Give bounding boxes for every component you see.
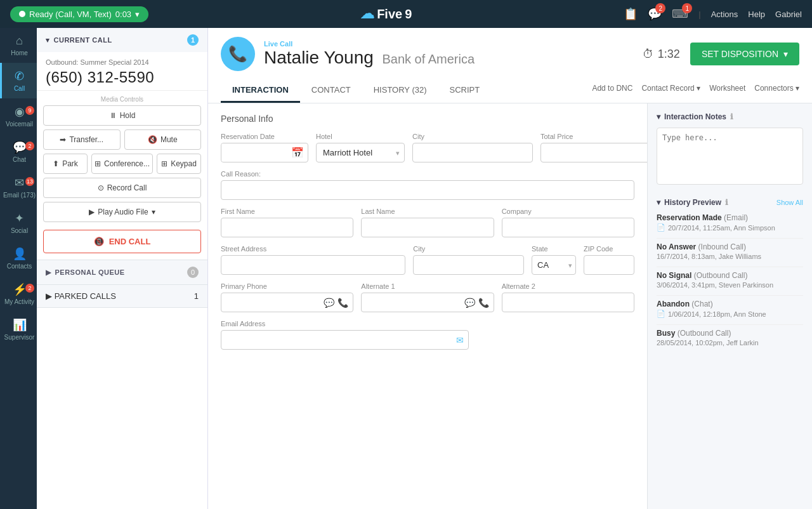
email-send-icon[interactable]: ✉: [456, 335, 464, 345]
total-price-label: Total Price: [540, 133, 647, 140]
alt1-chat-icon[interactable]: 💬: [464, 298, 475, 308]
nav-item-my-activity[interactable]: ⚡ 2 My Activity: [0, 276, 37, 312]
reservation-date-input[interactable]: Apr 11, 2014: [221, 143, 291, 162]
clipboard-icon[interactable]: 📋: [624, 7, 638, 21]
form-area: Personal Info Reservation Date Apr 11, 2…: [208, 103, 647, 509]
nav-item-social[interactable]: ✦ Social: [0, 205, 37, 241]
keyboard-icon[interactable]: ⌨ 1: [672, 7, 688, 21]
end-call-button[interactable]: 📵 END CALL: [43, 230, 201, 253]
ready-timer: 0:03: [115, 10, 131, 19]
actions-button[interactable]: Actions: [711, 10, 738, 19]
mute-button[interactable]: 🔇 Mute: [124, 129, 202, 150]
transfer-button[interactable]: ➡ Transfer...: [43, 129, 121, 150]
phone-avatar-icon: 📞: [228, 45, 247, 63]
nav-item-supervisor[interactable]: 📊 Supervisor: [0, 312, 37, 347]
personal-queue-header[interactable]: ▶ PERSONAL QUEUE 0: [37, 260, 207, 284]
park-button[interactable]: ⬆ Park: [43, 154, 88, 174]
tab-history[interactable]: HISTORY (32): [362, 79, 438, 103]
connectors-action[interactable]: Connectors: [754, 84, 799, 93]
reservation-date-label: Reservation Date: [221, 133, 308, 140]
parked-calls-label: PARKED CALLS: [55, 291, 116, 301]
contact-record-action[interactable]: Contact Record: [641, 84, 700, 93]
hold-button[interactable]: ⏸ Hold: [43, 105, 201, 126]
interaction-notes-info-icon[interactable]: ℹ: [730, 112, 733, 121]
last-name-group: Last Name Stockton: [361, 208, 494, 237]
nav-item-call[interactable]: ✆ Call: [0, 63, 37, 98]
personal-queue-section: ▶ PERSONAL QUEUE 0: [37, 260, 207, 285]
nav-label-supervisor: Supervisor: [4, 334, 35, 341]
primary-chat-icon[interactable]: 💬: [324, 298, 334, 308]
last-name-input[interactable]: Stockton: [361, 218, 494, 237]
primary-call-icon[interactable]: 📞: [337, 298, 348, 308]
ready-badge[interactable]: Ready (Call, VM, Text) 0:03 ▾: [10, 6, 148, 22]
notification-icon[interactable]: 💬 2: [648, 7, 662, 21]
caller-full-name-row: Natalie Young Bank of America: [264, 48, 475, 68]
interaction-notes-input[interactable]: [657, 128, 803, 185]
keypad-icon: ⊞: [161, 159, 167, 168]
interaction-notes-title-row: ▾ Interaction Notes ℹ: [657, 112, 803, 121]
ready-dropdown-icon[interactable]: ▾: [135, 10, 140, 19]
parked-chevron: ▶: [46, 291, 52, 301]
alternate2-input[interactable]: [502, 293, 634, 312]
help-button[interactable]: Help: [748, 10, 765, 19]
zip-input[interactable]: 95214: [584, 255, 634, 275]
nav-item-home[interactable]: ⌂ Home: [0, 28, 37, 63]
nav-item-contacts[interactable]: 👤 Contacts: [0, 241, 37, 276]
parked-calls-header[interactable]: ▶ PARKED CALLS 1: [37, 285, 207, 307]
email-icon-wrap: ✉: [456, 335, 464, 345]
add-to-dnc-action[interactable]: Add to DNC: [592, 84, 632, 93]
nav-item-chat[interactable]: 💬 2 Chat: [0, 134, 37, 169]
keyboard-badge: 1: [682, 3, 692, 13]
email-wrap: jennifer.stockton.com ✉: [221, 330, 469, 350]
first-name-input[interactable]: Jennifer: [221, 218, 353, 237]
caller-name-wrap: Live Call Natalie Young Bank of America: [264, 40, 475, 68]
worksheet-action[interactable]: Worksheet: [709, 84, 745, 93]
call-tabs: INTERACTION CONTACT HISTORY (32) SCRIPT: [221, 79, 491, 103]
interaction-notes-title: Interaction Notes: [664, 112, 726, 121]
current-call-title-wrap: ▾ CURRENT CALL: [46, 36, 112, 44]
company-input[interactable]: Bank of America: [502, 218, 634, 237]
total-price-input[interactable]: $399.25: [540, 143, 647, 162]
tab-contact[interactable]: CONTACT: [300, 79, 362, 103]
nav-label-contacts: Contacts: [7, 263, 32, 270]
history-preview-section: ▾ History Preview ℹ Show All Reservation…: [657, 198, 803, 347]
conference-icon: ⊞: [95, 159, 101, 168]
tab-script[interactable]: SCRIPT: [438, 79, 492, 103]
hotel-label: Hotel: [316, 133, 405, 140]
tab-interaction[interactable]: INTERACTION: [221, 79, 300, 103]
email-input[interactable]: jennifer.stockton.com: [221, 330, 469, 350]
home-icon: ⌂: [16, 34, 23, 48]
alt1-call-icon[interactable]: 📞: [478, 298, 489, 308]
right-panel: ▾ Interaction Notes ℹ ▾ History Preview …: [647, 103, 812, 509]
current-call-header[interactable]: ▾ CURRENT CALL 1: [37, 28, 207, 52]
current-call-badge: 1: [187, 34, 199, 46]
history-chevron: ▾: [657, 198, 660, 207]
history-info-icon[interactable]: ℹ: [725, 198, 728, 207]
city-input[interactable]: New York, NY: [412, 143, 533, 162]
calendar-icon[interactable]: 📅: [291, 147, 308, 159]
ctrl-buttons: ⏸ Hold ➡ Transfer... 🔇 Mute: [37, 105, 207, 227]
user-button[interactable]: Gabriel: [775, 10, 802, 19]
play-audio-button[interactable]: ▶ Play Audio File ▾: [43, 202, 201, 222]
personal-queue-title-wrap: ▶ PERSONAL QUEUE: [46, 268, 125, 277]
nav-item-email[interactable]: ✉ 13 Email (173): [0, 169, 37, 205]
hotel-group: Hotel Marriott Hotel Hilton Hotel Holida…: [316, 133, 405, 162]
set-disposition-button[interactable]: SET DISPOSITION ▾: [690, 43, 799, 65]
left-nav: ⌂ Home ✆ Call ◉ 9 Voicemail 💬 2 Chat ✉ 1…: [0, 28, 37, 509]
form-row-3: Street Address 98 Waverly Street City Su…: [221, 245, 634, 275]
state-select[interactable]: CA NY TX: [532, 255, 576, 275]
conference-button[interactable]: ⊞ Conference...: [91, 154, 153, 174]
street-address-input[interactable]: 98 Waverly Street: [221, 255, 405, 275]
city2-input[interactable]: Sunnyvale: [413, 255, 524, 275]
call-reason-input[interactable]: Hotel reservation to be rebooked to a di…: [221, 180, 634, 200]
topbar-left: Ready (Call, VM, Text) 0:03 ▾: [10, 6, 148, 22]
nav-label-activity: My Activity: [4, 298, 34, 305]
nav-item-voicemail[interactable]: ◉ 9 Voicemail: [0, 98, 37, 134]
hi-type-0: (Email): [724, 213, 748, 222]
keypad-button[interactable]: ⊞ Keypad: [157, 154, 201, 174]
hotel-select[interactable]: Marriott Hotel Hilton Hotel Holiday Inn: [316, 143, 405, 162]
show-all-button[interactable]: Show All: [776, 199, 803, 206]
hi-date-2: 3/06/2014, 3:41pm, Steven Parkinson: [657, 281, 773, 289]
record-call-button[interactable]: ⊙ Record Call: [43, 178, 201, 198]
section-title: Personal Info: [221, 114, 634, 124]
